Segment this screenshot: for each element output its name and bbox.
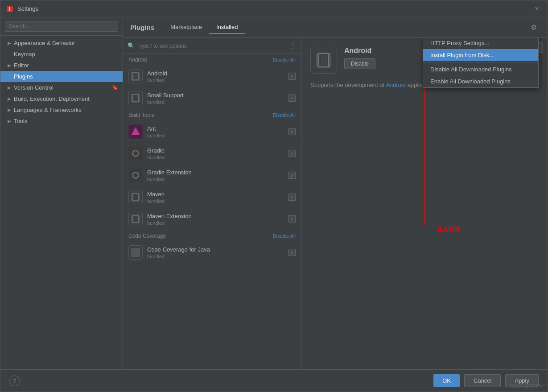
plugin-detail-panel: Android Disable Supports the development…	[301, 38, 548, 369]
gradle-plugin-info: Gradle bundled	[147, 147, 288, 160]
gradle-plugin-checkbox[interactable]	[288, 150, 296, 157]
main-content: ▶ Appearance & Behavior Keymap ▶ Editor …	[0, 17, 548, 369]
sidebar-item-build[interactable]: ▶ Build, Execution, Deployment	[0, 93, 123, 104]
sidebar-item-tools[interactable]: ▶ Tools	[0, 116, 123, 127]
plugin-item-maven[interactable]: Maven bundled	[123, 186, 301, 208]
android-plugin-icon	[128, 69, 143, 83]
plugin-item-smali[interactable]: Smali Support bundled	[123, 87, 301, 109]
window-title: Settings	[17, 5, 532, 12]
gear-dropdown-menu: Manage Plugin Repositories... HTTP Proxy…	[423, 38, 539, 88]
svg-rect-5	[134, 74, 137, 79]
android-plugin-checkbox[interactable]	[288, 73, 296, 80]
bottom-left: ?	[9, 375, 20, 386]
svg-rect-24	[131, 248, 140, 257]
cancel-button[interactable]: Cancel	[464, 374, 501, 387]
svg-rect-8	[133, 95, 138, 102]
android-link[interactable]: Android	[386, 82, 406, 88]
dropdown-divider	[423, 62, 538, 62]
svg-rect-22	[133, 215, 138, 223]
help-button[interactable]: ?	[9, 375, 20, 386]
plugin-item-android[interactable]: Android bundled	[123, 66, 301, 87]
plugin-list-content: Android Disable All	[123, 54, 301, 369]
plugin-item-ant[interactable]: Ant bundled	[123, 121, 301, 143]
maven-plugin-checkbox[interactable]	[288, 194, 296, 201]
plugin-item-maven-ext[interactable]: Maven Extension bundled	[123, 208, 301, 230]
maven-ext-plugin-info: Maven Extension bundled	[147, 213, 288, 226]
ant-plugin-checkbox[interactable]	[288, 128, 296, 135]
plugin-item-gradle[interactable]: Gradle bundled	[123, 143, 301, 165]
plugin-item-coverage[interactable]: Code Coverage for Java bundled	[123, 242, 301, 264]
category-code-coverage: Code Coverage Disable All	[123, 230, 301, 242]
expand-arrow-lang-icon: ▶	[8, 107, 11, 112]
svg-point-13	[133, 151, 138, 156]
sidebar-search-container	[0, 17, 123, 36]
title-bar: I Settings ×	[0, 0, 548, 17]
enable-downloaded-item[interactable]: Enable All Downloaded Plugins	[423, 75, 538, 87]
plugin-search-input[interactable]	[137, 43, 287, 49]
sidebar-item-languages[interactable]: ▶ Languages & Frameworks	[0, 104, 123, 116]
sidebar-items-list: ▶ Appearance & Behavior Keymap ▶ Editor …	[0, 36, 123, 369]
plugin-item-gradle-ext[interactable]: Gradle Extension bundled	[123, 165, 301, 186]
plugin-detail-icon	[310, 47, 337, 74]
android-plugin-info: Android bundled	[147, 70, 288, 83]
tab-installed[interactable]: Installed	[209, 21, 245, 34]
svg-text:I: I	[9, 7, 11, 12]
sidebar-search-input[interactable]	[5, 21, 118, 32]
maven-ext-plugin-icon	[128, 212, 143, 226]
gradle-ext-plugin-checkbox[interactable]	[288, 172, 296, 179]
coverage-plugin-icon	[128, 245, 143, 260]
install-from-disk-item[interactable]: Install Plugin from Disk...	[423, 49, 538, 61]
ant-plugin-info: Ant bundled	[147, 125, 288, 138]
plugins-body: 🔍 ⋮ Android Disable All	[123, 38, 548, 369]
gradle-ext-plugin-info: Gradle Extension bundled	[147, 169, 288, 182]
http-proxy-item[interactable]: HTTP Proxy Settings...	[423, 38, 538, 49]
bottom-bar: ? OK Cancel Apply	[0, 369, 548, 392]
right-panel: Plugins Marketplace Installed ⚙ 🔍	[123, 17, 548, 369]
sidebar-item-appearance[interactable]: ▶ Appearance & Behavior	[0, 37, 123, 49]
sidebar-item-version-control[interactable]: ▶ Version Control 🔖	[0, 82, 123, 93]
plugins-header: Plugins Marketplace Installed ⚙	[123, 17, 548, 38]
version-control-badge-icon: 🔖	[112, 85, 118, 91]
disable-plugin-button[interactable]: Disable	[344, 58, 375, 69]
disable-all-coverage-link[interactable]: Disable All	[273, 233, 296, 239]
plugin-search-icon: 🔍	[128, 42, 135, 49]
plugin-search-bar: 🔍 ⋮	[123, 38, 301, 54]
chinese-annotation: 导入即可	[437, 225, 460, 234]
close-button[interactable]: ×	[532, 4, 542, 14]
gear-icon[interactable]: ⚙	[527, 21, 540, 33]
plugins-title: Plugins	[130, 24, 154, 31]
maven-plugin-icon	[128, 190, 143, 204]
app-icon: I	[6, 5, 14, 13]
maven-plugin-info: Maven bundled	[147, 191, 288, 204]
ant-plugin-icon	[128, 124, 143, 139]
disable-downloaded-item[interactable]: Disable All Downloaded Plugins	[423, 63, 538, 75]
maven-ext-plugin-checkbox[interactable]	[288, 215, 296, 223]
watermark: CSDN-@YCY^v^	[510, 384, 544, 388]
disable-all-android-link[interactable]: Disable All	[273, 57, 296, 62]
expand-arrow-vc-icon: ▶	[8, 85, 11, 90]
tab-marketplace[interactable]: Marketplace	[163, 21, 209, 34]
sidebar-item-keymap[interactable]: Keymap	[0, 49, 123, 60]
tab-bar: Marketplace Installed ⚙	[163, 21, 540, 34]
sidebar-item-plugins[interactable]: Plugins	[0, 71, 123, 82]
gradle-ext-plugin-icon	[128, 168, 143, 182]
settings-dialog: I Settings × ▶ Appearance & Behavior Key…	[0, 0, 548, 392]
smali-plugin-checkbox[interactable]	[288, 95, 296, 102]
expand-arrow-tools-icon: ▶	[8, 119, 11, 124]
smali-plugin-info: Smali Support bundled	[147, 92, 288, 105]
coverage-plugin-info: Code Coverage for Java bundled	[147, 246, 288, 259]
svg-point-16	[133, 173, 138, 177]
coverage-plugin-checkbox[interactable]	[288, 249, 296, 256]
plugin-list: 🔍 ⋮ Android Disable All	[123, 38, 301, 369]
plugin-search-options-icon[interactable]: ⋮	[289, 41, 297, 50]
category-build-tools: Build Tools Disable All	[123, 109, 301, 121]
smali-plugin-icon	[128, 91, 143, 105]
expand-arrow-editor-icon: ▶	[8, 63, 11, 68]
ok-button[interactable]: OK	[433, 374, 460, 387]
svg-rect-28	[321, 55, 327, 65]
disable-all-build-link[interactable]: Disable All	[273, 112, 296, 118]
sidebar-item-editor[interactable]: ▶ Editor	[0, 60, 123, 71]
expand-arrow-icon: ▶	[8, 41, 11, 45]
category-android: Android Disable All	[123, 54, 301, 66]
svg-rect-19	[133, 194, 138, 201]
